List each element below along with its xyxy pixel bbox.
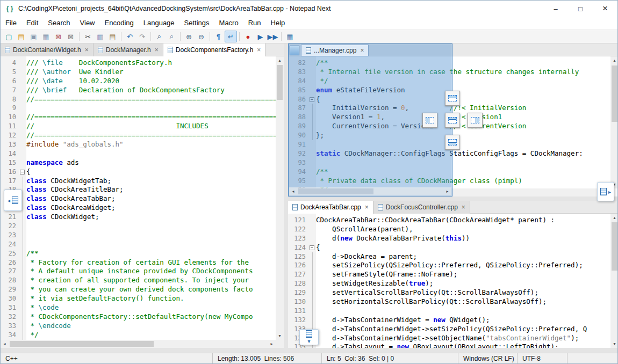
floating-widget-icon	[290, 46, 299, 55]
tab-DockManager.h[interactable]: DockManager.h×	[94, 43, 163, 56]
status-eol: Windows (CR LF)	[458, 353, 518, 364]
maximize-button[interactable]: □	[568, 1, 593, 17]
scrollbar-thumb[interactable]	[10, 341, 154, 347]
menu-macro[interactable]: Macro	[214, 17, 243, 30]
menu-language[interactable]: Language	[139, 17, 179, 30]
toolbar-cut-icon[interactable]: ✂	[82, 31, 94, 42]
code-line: 33 * \endcode	[1, 322, 276, 331]
toolbar-new-file-icon[interactable]: ▢	[3, 31, 15, 42]
fold-collapse-icon[interactable]	[20, 170, 25, 174]
tab-close-icon[interactable]: ×	[85, 47, 89, 53]
scroll-left-icon[interactable]: ◂	[1, 340, 9, 348]
dock-widget-icon	[600, 188, 607, 195]
scrollbar-thumb[interactable]	[612, 65, 617, 122]
tab-close-icon[interactable]: ×	[462, 204, 465, 210]
toolbar-close-icon[interactable]: ⊠	[52, 31, 64, 42]
tab-label: DockAreaTabBar.cpp	[300, 203, 361, 211]
scroll-down-icon[interactable]: ▾	[276, 332, 284, 340]
drop-indicator-right[interactable]	[468, 113, 483, 128]
menu-run[interactable]: Run	[243, 17, 266, 30]
drag-tab[interactable]: ...Manager.cpp ×	[301, 45, 369, 56]
fold-margin	[308, 243, 316, 252]
scroll-up-icon[interactable]: ▴	[276, 56, 284, 64]
tab-close-icon[interactable]: ×	[257, 47, 261, 53]
top-right-vertical-scrollbar[interactable]: ▴ ▾	[610, 56, 618, 188]
fold-guide	[312, 297, 313, 307]
fold-guide	[23, 240, 23, 249]
scroll-up-icon[interactable]: ▴	[610, 214, 618, 222]
toolbar-open-file-icon[interactable]: ▤	[15, 31, 27, 42]
scrollbar-thumb[interactable]	[612, 222, 617, 271]
left-vertical-scrollbar[interactable]: ▴ ▾	[276, 56, 284, 340]
autohide-tab-left[interactable]: ◂	[4, 190, 22, 211]
toolbar-record-macro-icon[interactable]: ●	[242, 31, 254, 42]
tab-close-icon[interactable]: ×	[155, 47, 159, 53]
tab-DockContainerWidget.h[interactable]: DockContainerWidget.h×	[1, 43, 94, 56]
code-line: 20class CDockAreaWidget;	[1, 203, 276, 213]
scrollbar-thumb[interactable]	[277, 65, 283, 100]
drag-overlay-horizontal-scrollbar[interactable]: ◂ ▸	[289, 187, 451, 195]
menu-help[interactable]: Help	[266, 17, 290, 30]
menu-edit[interactable]: Edit	[21, 17, 43, 30]
autohide-tab-bottom[interactable]: ▾	[299, 329, 319, 345]
menu-encoding[interactable]: Encoding	[100, 17, 139, 30]
fold-margin	[19, 249, 26, 258]
tab-DockFocusController.cpp[interactable]: DockFocusController.cpp×	[373, 201, 470, 214]
fold-margin	[19, 122, 26, 131]
scroll-down-icon[interactable]: ▾	[610, 340, 618, 348]
toolbar-word-wrap-icon[interactable]: ↵	[225, 31, 237, 42]
fold-margin	[19, 267, 26, 276]
drop-indicator-bottom[interactable]	[445, 135, 460, 150]
menu-search[interactable]: Search	[43, 17, 75, 30]
toolbar-close-all-icon[interactable]: ⊠	[64, 31, 77, 42]
code-text: class CDockAreaTabBar;	[26, 194, 116, 203]
toolbar-save-all-icon[interactable]: ▦	[40, 31, 52, 42]
bottom-right-editor[interactable]: 121CDockAreaTabBar::CDockAreaTabBar(CDoc…	[288, 214, 610, 348]
line-number: 28	[1, 276, 19, 285]
tab-DockComponentsFactory.h[interactable]: DockComponentsFactory.h×	[163, 43, 266, 56]
fold-margin	[19, 68, 26, 77]
drop-indicator-left[interactable]	[422, 113, 437, 128]
scroll-left-icon[interactable]: ◂	[289, 187, 297, 195]
toolbar-save-icon[interactable]: ▣	[27, 31, 40, 42]
bottom-right-vertical-scrollbar[interactable]: ▴ ▾	[610, 214, 618, 348]
toolbar-replace-icon[interactable]: ⌕	[166, 31, 178, 42]
arrow-left-icon: ◂	[8, 198, 10, 203]
toolbar-separator	[180, 32, 181, 41]
fold-collapse-icon[interactable]	[310, 245, 314, 250]
toolbar-dock-panels-icon[interactable]: ▦	[284, 31, 296, 42]
scroll-right-icon[interactable]: ▸	[443, 187, 451, 195]
menu-settings[interactable]: Settings	[179, 17, 214, 30]
dock-center-icon	[448, 117, 457, 123]
fold-guide	[312, 279, 313, 288]
toolbar-zoom-in-icon[interactable]: ⊕	[183, 31, 195, 42]
toolbar-redo-icon[interactable]: ↷	[136, 31, 148, 42]
close-button[interactable]: ×	[593, 1, 617, 17]
tab-close-icon[interactable]: ×	[365, 204, 369, 210]
code-text: setSizePolicy(QSizePolicy::Preferred, QS…	[316, 261, 583, 270]
toolbar-zoom-out-icon[interactable]: ⊖	[195, 31, 207, 42]
line-number: 125	[288, 252, 308, 261]
scrollbar-thumb[interactable]	[298, 188, 373, 194]
menu-view[interactable]: View	[75, 17, 100, 30]
toolbar-undo-icon[interactable]: ↶	[124, 31, 136, 42]
autohide-tab-right[interactable]: ▸	[597, 182, 614, 201]
line-number: 15	[1, 158, 19, 168]
minimize-button[interactable]: –	[543, 1, 568, 17]
toolbar-show-all-characters-icon[interactable]: ¶	[212, 31, 225, 42]
scroll-right-icon[interactable]: ▸	[268, 340, 276, 348]
toolbar-run-macro-multiple-icon[interactable]: ▶▶	[267, 31, 279, 42]
left-editor[interactable]: 4/// \file DockComponentsFactory.h5/// \…	[1, 56, 276, 340]
drop-indicator-center[interactable]	[445, 113, 460, 128]
left-horizontal-scrollbar[interactable]: ◂ ▸	[1, 340, 276, 348]
toolbar-copy-icon[interactable]: ▥	[94, 31, 106, 42]
drop-indicator-top[interactable]	[445, 91, 460, 106]
toolbar-paste-icon[interactable]: ▤	[106, 31, 119, 42]
menu-file[interactable]: File	[1, 17, 21, 30]
toolbar-play-macro-icon[interactable]: ▶	[254, 31, 267, 42]
tab-close-icon[interactable]: ×	[360, 47, 364, 54]
fold-guide	[23, 177, 23, 186]
toolbar-find-icon[interactable]: ⌕	[153, 31, 166, 42]
tab-DockAreaTabBar.cpp[interactable]: DockAreaTabBar.cpp×	[288, 201, 373, 214]
scroll-up-icon[interactable]: ▴	[610, 56, 618, 64]
